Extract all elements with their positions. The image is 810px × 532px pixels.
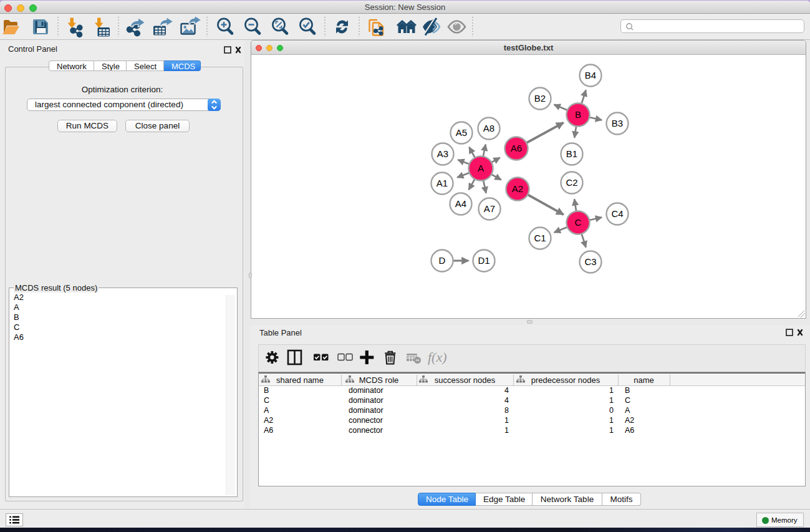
svg-text:B2: B2 (534, 93, 546, 104)
svg-text:C2: C2 (566, 177, 577, 188)
svg-text:A7: A7 (484, 203, 495, 214)
svg-text:B3: B3 (612, 118, 623, 128)
svg-text:A2: A2 (512, 183, 523, 194)
svg-text:f(x): f(x) (428, 349, 447, 365)
svg-text:A4: A4 (455, 198, 466, 209)
svg-text:D1: D1 (478, 255, 489, 266)
svg-text:C4: C4 (611, 208, 623, 219)
svg-text:A5: A5 (456, 127, 467, 138)
svg-text:A6: A6 (511, 143, 522, 153)
svg-text:D: D (439, 255, 446, 266)
svg-text:A1: A1 (436, 178, 448, 188)
svg-text:C3: C3 (584, 256, 596, 267)
svg-text:B: B (575, 109, 581, 120)
svg-text:A: A (478, 163, 484, 173)
svg-text:C1: C1 (534, 233, 546, 243)
svg-text:A3: A3 (437, 148, 448, 159)
svg-text:A8: A8 (483, 123, 494, 133)
svg-text:B4: B4 (585, 70, 596, 80)
svg-text:C: C (575, 217, 582, 228)
svg-text:B1: B1 (566, 148, 577, 159)
